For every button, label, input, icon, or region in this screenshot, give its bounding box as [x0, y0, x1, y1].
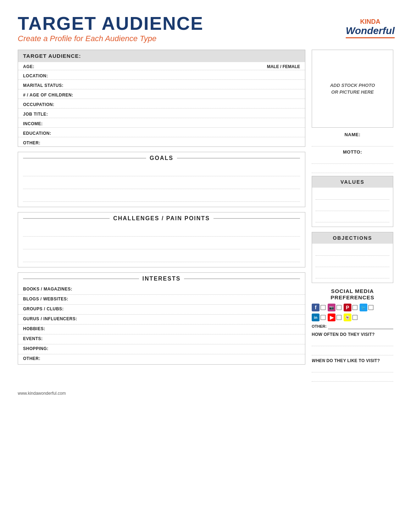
social-facebook-group: f: [312, 304, 326, 311]
field-label-age: AGE:: [23, 64, 34, 69]
name-label: NAME:: [312, 132, 393, 137]
field-row-age: AGE: MALE / FEMALE: [18, 62, 305, 70]
field-row-education: EDUCATION:: [18, 128, 305, 137]
challenges-line-2: [23, 239, 300, 249]
footer: www.kindawonderful.com: [18, 391, 393, 396]
twitter-checkbox[interactable]: [368, 305, 373, 310]
field-label-income: INCOME:: [23, 121, 43, 126]
motto-line-1: [312, 156, 393, 164]
target-audience-header: TARGET AUDIENCE:: [18, 50, 305, 62]
values-title: VALUES: [340, 179, 365, 185]
field-row-marital: MARITAL STATUS:: [18, 80, 305, 89]
interest-shopping: SHOPPING:: [18, 344, 305, 354]
field-label-jobtitle: JOB TITLE:: [23, 112, 48, 117]
objections-section: OBJECTIONS: [312, 232, 393, 283]
objections-line-1: [316, 246, 389, 256]
header-title-block: TARGET AUDIENCE Create a Profile for Eac…: [18, 14, 204, 43]
objections-header: OBJECTIONS: [312, 232, 393, 244]
challenges-content: [18, 225, 305, 267]
page-header: TARGET AUDIENCE Create a Profile for Eac…: [18, 14, 393, 43]
interest-label-events: EVENTS:: [23, 336, 43, 341]
subtitle: Create a Profile for Each Audience Type: [18, 34, 204, 43]
interest-label-hobbies: HOBBIES:: [23, 326, 45, 331]
values-line-1: [316, 190, 389, 200]
goals-section: GOALS: [18, 152, 305, 207]
when-visit-group: WHEN DO THEY LIKE TO VISIT?: [312, 358, 393, 382]
field-row-jobtitle: JOB TITLE:: [18, 109, 305, 118]
social-other-underline: [328, 323, 393, 329]
target-audience-label: TARGET AUDIENCE:: [23, 53, 81, 59]
goals-line-2: [23, 178, 300, 189]
when-visit-line-2: [312, 374, 393, 382]
photo-placeholder-box: ADD STOCK PHOTOOR PICTURE HERE: [312, 50, 393, 128]
when-visit-label: WHEN DO THEY LIKE TO VISIT?: [312, 358, 393, 363]
footer-website: www.kindawonderful.com: [18, 391, 66, 396]
motto-label: MOTTO:: [312, 149, 393, 155]
facebook-icon: f: [312, 304, 320, 311]
when-bold: WHEN: [312, 358, 325, 363]
field-label-marital: MARITAL STATUS:: [23, 83, 63, 88]
interest-groups: GROUPS / CLUBS:: [18, 305, 305, 315]
main-layout: TARGET AUDIENCE: AGE: MALE / FEMALE LOCA…: [18, 50, 393, 385]
goals-title-row: GOALS: [18, 152, 305, 164]
pinterest-checkbox[interactable]: [352, 305, 357, 310]
goals-line-3: [23, 191, 300, 202]
interests-title-line-right: [184, 278, 300, 279]
logo-text: KINDA Wonderful: [346, 18, 395, 38]
interest-blogs: BLOGS / WEBSITES:: [18, 295, 305, 305]
objections-title: OBJECTIONS: [333, 235, 372, 241]
social-row-2: in ▶ 👻: [312, 314, 393, 321]
social-youtube-group: ▶: [328, 314, 341, 321]
interest-label-shopping: SHOPPING:: [23, 346, 49, 351]
logo: KINDA Wonderful: [347, 14, 393, 43]
interest-label-groups: GROUPS / CLUBS:: [23, 306, 64, 311]
field-label-education: EDUCATION:: [23, 131, 51, 136]
name-line: [312, 139, 393, 146]
values-line-3: [316, 212, 389, 222]
field-row-children: # / AGE OF CHILDREN:: [18, 89, 305, 99]
challenges-section: CHALLENGES / PAIN POINTS: [18, 212, 305, 267]
goals-title: GOALS: [150, 155, 173, 161]
field-label-other-ta: OTHER:: [23, 140, 40, 145]
interest-books: BOOKS / MAGAZINES:: [18, 285, 305, 295]
interest-events: EVENTS:: [18, 334, 305, 344]
field-row-other-ta: OTHER:: [18, 137, 305, 146]
social-media-section: SOCIAL MEDIAPREFERENCES f 📷 P 🐦: [312, 288, 393, 382]
interest-gurus: GURUS / INFLUENCERS:: [18, 315, 305, 325]
photo-placeholder-text: ADD STOCK PHOTOOR PICTURE HERE: [330, 82, 375, 96]
instagram-checkbox[interactable]: [337, 305, 341, 310]
linkedin-icon: in: [312, 314, 320, 321]
social-other-row: OTHER:: [312, 323, 393, 329]
facebook-checkbox[interactable]: [321, 305, 326, 310]
interest-hobbies: HOBBIES:: [18, 325, 305, 334]
linkedin-checkbox[interactable]: [321, 315, 326, 320]
main-title: TARGET AUDIENCE: [18, 14, 204, 33]
challenges-title-line-left: [23, 218, 110, 219]
youtube-checkbox[interactable]: [337, 315, 341, 320]
motto-line-2: [312, 165, 393, 173]
snapchat-checkbox[interactable]: [352, 315, 357, 320]
when-visit-line-1: [312, 365, 393, 372]
challenges-line-3: [23, 251, 300, 262]
objections-content: [312, 244, 393, 283]
how-often-label: HOW OFTEN DO THEY VISIT?: [312, 332, 393, 337]
interests-title-line-left: [23, 278, 139, 279]
field-row-occupation: OCCUPATION:: [18, 99, 305, 109]
challenges-line-1: [23, 226, 300, 237]
field-label-location: LOCATION:: [23, 73, 48, 78]
objections-line-3: [316, 268, 389, 278]
field-gender: MALE / FEMALE: [267, 64, 300, 69]
challenges-title-row: CHALLENGES / PAIN POINTS: [18, 212, 305, 225]
youtube-icon: ▶: [328, 314, 335, 321]
twitter-icon: 🐦: [360, 304, 367, 311]
social-snapchat-group: 👻: [344, 314, 357, 321]
social-row-1: f 📷 P 🐦: [312, 304, 393, 311]
values-header: VALUES: [312, 176, 393, 188]
interests-title-row: INTERESTS: [18, 273, 305, 285]
interest-label-blogs: BLOGS / WEBSITES:: [23, 297, 68, 301]
social-other-label: OTHER:: [312, 324, 327, 328]
values-content: [312, 188, 393, 227]
social-media-title: SOCIAL MEDIAPREFERENCES: [312, 288, 393, 301]
goals-line-1: [23, 166, 300, 176]
logo-kinda: KINDA: [346, 18, 395, 26]
